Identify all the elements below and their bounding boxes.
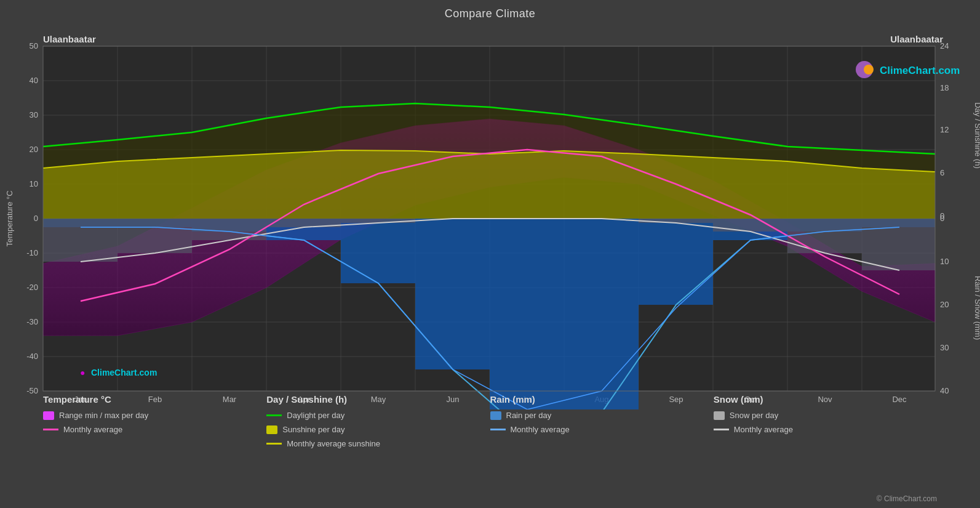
svg-text:12: 12 [940,125,949,134]
legend-item-temp-avg: Monthly average [43,425,266,434]
svg-text:ClimeChart.com: ClimeChart.com [91,368,157,377]
legend-swatch-snow [714,411,725,420]
svg-rect-72 [118,219,192,253]
legend-swatch-daylight [266,414,282,416]
legend-label-rain-avg: Monthly average [511,425,570,434]
legend-item-rain-avg: Monthly average [490,425,714,434]
legend-item-snow-avg: Monthly average [714,425,937,434]
svg-rect-78 [787,219,862,253]
legend-title-temperature: Temperature °C [43,394,266,405]
svg-rect-71 [43,219,118,262]
svg-text:10: 10 [30,179,38,188]
page-title: Compare Climate [0,0,980,20]
svg-text:0: 0 [940,214,944,223]
svg-text:-10: -10 [26,248,38,257]
legend-swatch-snow-avg [714,429,729,430]
svg-text:6: 6 [940,168,944,177]
page-container: Compare Climate Ulaanbaatar Ulaanbaatar … [0,0,980,508]
legend-item-temp-range: Range min / max per day [43,411,266,420]
climate-chart: 50 40 30 20 10 0 -10 -20 -30 -40 -50 24 … [0,22,980,409]
svg-text:●: ● [80,368,85,377]
legend-item-daylight: Daylight per day [266,411,490,420]
svg-text:10: 10 [940,257,949,266]
svg-text:Rain / Snow (mm): Rain / Snow (mm) [973,276,980,340]
legend-label-sunshine-avg: Monthly average sunshine [287,439,380,448]
svg-text:-20: -20 [26,283,38,292]
legend-label-sunshine: Sunshine per day [282,425,345,434]
legend-swatch-temp-avg [43,429,58,430]
legend-item-sunshine: Sunshine per day [266,425,490,434]
legend-col-temperature: Temperature °C Range min / max per day M… [43,394,266,499]
legend-title-snow: Snow (mm) [714,394,937,405]
legend-item-sunshine-avg: Monthly average sunshine [266,439,490,448]
svg-rect-64 [415,219,490,369]
svg-rect-67 [639,219,713,305]
legend-title-rain: Rain (mm) [490,394,714,405]
svg-rect-65 [490,219,564,409]
legend-col-sunshine: Day / Sunshine (h) Daylight per day Suns… [266,394,490,499]
legend-title-sunshine: Day / Sunshine (h) [266,394,490,405]
svg-text:40: 40 [30,76,38,85]
svg-rect-63 [341,219,415,283]
svg-text:0: 0 [34,214,38,223]
svg-text:30: 30 [30,110,38,119]
legend-label-temp-range: Range min / max per day [59,411,148,420]
legend-col-snow: Snow (mm) Snow per day Monthly average [714,394,937,499]
svg-text:20: 20 [940,300,949,309]
svg-rect-76 [639,219,713,223]
legend-col-rain: Rain (mm) Rain per day Monthly average [490,394,714,499]
legend-label-rain: Rain per day [506,411,552,420]
svg-text:30: 30 [940,343,949,352]
legend-label-daylight: Daylight per day [287,411,345,420]
legend-swatch-temp-range [43,411,54,420]
svg-text:ClimeChart.com: ClimeChart.com [880,65,960,76]
legend-swatch-rain [490,411,501,420]
svg-text:-30: -30 [26,317,38,326]
legend-swatch-rain-avg [490,429,506,430]
legend-label-temp-avg: Monthly average [63,425,122,434]
legend-item-rain: Rain per day [490,411,714,420]
svg-text:50: 50 [30,41,38,50]
svg-text:Temperature °C: Temperature °C [5,190,14,246]
svg-text:20: 20 [30,145,38,154]
legend-area: Temperature °C Range min / max per day M… [0,385,980,508]
legend-item-snow: Snow per day [714,411,937,420]
svg-point-84 [864,65,874,75]
legend-swatch-sunshine-avg [266,443,282,445]
svg-text:Day / Sunshine (h): Day / Sunshine (h) [973,102,980,169]
svg-text:18: 18 [940,83,949,92]
svg-rect-66 [564,219,639,409]
svg-rect-79 [862,219,935,270]
legend-label-snow: Snow per day [730,411,779,420]
svg-rect-73 [192,219,266,240]
svg-text:-40: -40 [26,352,38,361]
svg-rect-75 [341,219,415,223]
copyright-text: © ClimeChart.com [877,494,937,503]
legend-swatch-sunshine [266,425,277,434]
legend-label-snow-avg: Monthly average [734,425,793,434]
svg-text:24: 24 [940,41,949,50]
